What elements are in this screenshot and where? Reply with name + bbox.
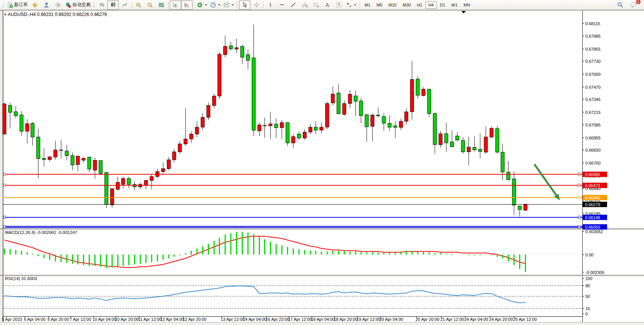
- candle-bull: [76, 156, 80, 165]
- candlestick-chart-button[interactable]: [107, 0, 119, 10]
- horizontal-line-tool-button[interactable]: [276, 0, 287, 10]
- candle-bear: [246, 55, 250, 61]
- candle-bear: [37, 137, 40, 159]
- candle-bull: [212, 96, 216, 106]
- timeframe-h1-button[interactable]: H1: [414, 1, 425, 9]
- auto-scroll-button[interactable]: [170, 0, 181, 10]
- line-handle: [578, 173, 580, 175]
- candle-bear: [354, 96, 357, 101]
- timeframe-h4-button[interactable]: H4: [426, 1, 436, 9]
- candle-bull: [207, 106, 210, 117]
- bar-chart-button[interactable]: [96, 0, 107, 10]
- line-handle: [578, 216, 580, 218]
- candle-bear: [71, 155, 74, 165]
- tile-windows-button[interactable]: [156, 0, 167, 10]
- chart-ohlc-values: 0.66231 0.66292 0.66226 0.66279: [37, 12, 107, 17]
- templates-button[interactable]: [222, 0, 235, 10]
- candle-bear: [99, 160, 102, 173]
- candle-bear: [512, 179, 516, 205]
- trendline-tool-button[interactable]: [287, 0, 299, 10]
- market-watch-button[interactable]: [41, 0, 52, 10]
- timeframe-mn-button[interactable]: MN: [461, 1, 473, 9]
- cursor-tool-button[interactable]: [239, 0, 250, 10]
- candle-bull: [201, 117, 204, 127]
- candle-bull: [172, 152, 176, 160]
- timeframe-m30-button[interactable]: M30: [400, 1, 413, 9]
- arrows-tool-button[interactable]: [344, 0, 358, 10]
- signals-button[interactable]: [52, 0, 64, 10]
- candle-bull: [48, 157, 51, 160]
- candle-bull: [484, 137, 488, 152]
- timeframe-d1-button[interactable]: D1: [437, 1, 448, 9]
- channel-tool-button[interactable]: E: [299, 0, 310, 10]
- candle-bear: [14, 112, 18, 116]
- chart-canvas[interactable]: 0.681150.679850.678550.677300.676000.674…: [0, 0, 644, 325]
- svg-text:11 Apr 12:00: 11 Apr 12:00: [138, 317, 162, 322]
- svg-text:0.66700: 0.66700: [585, 161, 601, 165]
- candle-bear: [229, 46, 233, 49]
- candle-bear: [286, 123, 289, 143]
- svg-text:0.66830: 0.66830: [585, 148, 601, 152]
- candlestick-icon: [110, 2, 116, 8]
- svg-text:0.66279: 0.66279: [585, 202, 600, 207]
- svg-text:6 Apr 20:00: 6 Apr 20:00: [48, 317, 69, 322]
- svg-text:0.00: 0.00: [585, 253, 593, 257]
- candle-bull: [110, 189, 114, 205]
- svg-text:0.67470: 0.67470: [585, 85, 601, 90]
- crosshair-tool-button[interactable]: [250, 0, 262, 10]
- text-tool-button[interactable]: A: [322, 0, 333, 10]
- svg-text:14 Apr 04:00: 14 Apr 04:00: [243, 317, 266, 322]
- svg-text:24 Apr 04:00: 24 Apr 04:00: [464, 317, 488, 322]
- cursor-icon: [242, 2, 248, 8]
- svg-text:13 Apr 12:00: 13 Apr 12:00: [221, 317, 244, 322]
- new-order-button[interactable]: 新订单: [5, 0, 29, 10]
- svg-text:19 Apr 12:00: 19 Apr 12:00: [357, 317, 380, 322]
- svg-text:0.66955: 0.66955: [585, 136, 601, 140]
- timeframe-m5-button[interactable]: M5: [374, 1, 385, 9]
- auto-trading-button[interactable]: 自动交易: [64, 0, 92, 10]
- candle-bull: [3, 104, 6, 134]
- svg-text:0.003052: 0.003052: [585, 229, 603, 234]
- timeframe-m15-button[interactable]: M15: [386, 1, 399, 9]
- svg-text:12 Apr 04:00: 12 Apr 04:00: [160, 317, 184, 322]
- svg-text:0.67855: 0.67855: [585, 47, 601, 51]
- line-chart-button[interactable]: [119, 0, 130, 10]
- candle-bear: [518, 206, 521, 210]
- macd-indicator-label[interactable]: MACD(12,26,9) -0.002062 -0.001247: [5, 230, 77, 235]
- notifications-button[interactable]: 1: [628, 0, 639, 10]
- svg-text:6 Apr 04:00: 6 Apr 04:00: [24, 317, 45, 322]
- svg-text:0.68115: 0.68115: [585, 21, 600, 26]
- line-handle: [3, 173, 6, 175]
- candle-bear: [297, 134, 301, 138]
- gold-cube-icon: [32, 2, 38, 8]
- candle-bull: [320, 127, 323, 130]
- text-label-icon: T: [336, 2, 342, 8]
- rsi-indicator-label[interactable]: RSI(14) 31.6003: [5, 276, 37, 281]
- svg-text:-0.002306: -0.002306: [585, 270, 604, 275]
- notification-badge: 1: [636, 0, 641, 5]
- timeframe-w1-button[interactable]: W1: [449, 1, 461, 9]
- vertical-line-tool-button[interactable]: [265, 0, 276, 10]
- candle-bull: [121, 179, 125, 185]
- candle-bull: [235, 48, 238, 49]
- candle-bull: [178, 144, 182, 152]
- zoom-in-button[interactable]: [133, 0, 144, 10]
- indicators-button[interactable]: [195, 0, 209, 10]
- zoom-out-button[interactable]: [144, 0, 156, 10]
- chevron-down-icon: [354, 4, 356, 6]
- text-label-tool-button[interactable]: T: [333, 0, 344, 10]
- candle-bull: [161, 169, 165, 172]
- svg-text:21 Apr 12:00: 21 Apr 12:00: [440, 317, 464, 322]
- chart-collapse-icon[interactable]: ▼: [4, 13, 7, 16]
- candle-bear: [8, 106, 12, 112]
- auto-scroll-icon: [172, 2, 179, 8]
- chart-shift-button[interactable]: [181, 0, 193, 10]
- timeframe-m1-button[interactable]: M1: [362, 1, 373, 9]
- periods-button[interactable]: [209, 0, 222, 10]
- fibonacci-tool-button[interactable]: F: [310, 0, 322, 10]
- search-button[interactable]: [614, 0, 626, 10]
- new-order-label: 新订单: [14, 2, 28, 8]
- candle-bull: [467, 147, 470, 152]
- new-chart-button[interactable]: [29, 0, 41, 10]
- candle-bear: [394, 126, 397, 127]
